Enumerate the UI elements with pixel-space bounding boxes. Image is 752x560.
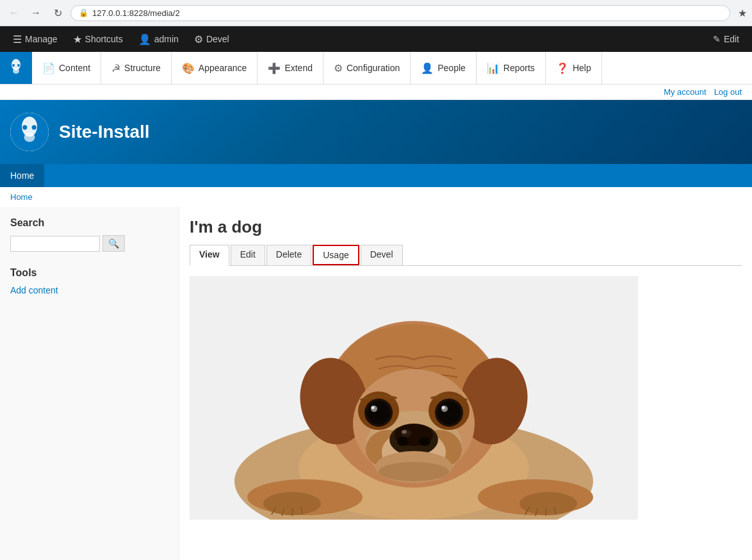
search-block: Search 🔍	[10, 217, 168, 252]
user-label: admin	[154, 34, 179, 44]
dog-image	[190, 276, 638, 520]
edit-button[interactable]: ✎ Edit	[705, 26, 747, 52]
nav-item-structure[interactable]: ☭ Structure	[101, 52, 172, 84]
site-logo	[10, 113, 49, 151]
svg-point-40	[437, 401, 461, 424]
main-content: I'm a dog View Edit Delete Usage Devel	[179, 207, 752, 560]
drupal-nav: 📄 Content ☭ Structure 🎨 Appearance ➕ Ext…	[0, 52, 752, 85]
tab-edit[interactable]: Edit	[231, 245, 265, 265]
svg-point-16	[519, 492, 577, 515]
admin-toolbar-manage[interactable]: ☰ Manage	[5, 26, 65, 52]
dog-svg	[190, 276, 638, 520]
tools-block-title: Tools	[10, 267, 168, 279]
main-nav: Home	[0, 164, 752, 187]
tab-delete[interactable]: Delete	[266, 245, 311, 265]
log-out-link[interactable]: Log out	[714, 87, 742, 97]
nav-reports-label: Reports	[503, 63, 535, 73]
content-icon: 📄	[42, 62, 55, 74]
nav-item-help[interactable]: ❓ Help	[546, 52, 602, 84]
site-title: Site-Install	[59, 122, 150, 142]
drupal-logo-svg	[5, 57, 27, 79]
sidebar: Search 🔍 Tools Add content	[0, 207, 179, 560]
devel-label: Devel	[206, 34, 229, 44]
tab-view[interactable]: View	[190, 245, 229, 266]
svg-point-7	[24, 133, 35, 142]
svg-point-36	[367, 401, 390, 424]
search-button[interactable]: 🔍	[102, 235, 125, 252]
tab-usage[interactable]: Usage	[313, 245, 359, 265]
nav-home[interactable]: Home	[0, 164, 44, 187]
address-bar[interactable]: 🔒 127.0.0.1:8228/media/2	[70, 5, 730, 21]
nav-item-people[interactable]: 👤 People	[411, 52, 477, 84]
svg-point-9	[32, 125, 37, 129]
nav-item-reports[interactable]: 📊 Reports	[477, 52, 546, 84]
nav-items: 📄 Content ☭ Structure 🎨 Appearance ➕ Ext…	[32, 52, 602, 84]
svg-point-8	[22, 125, 27, 129]
star-icon: ★	[73, 33, 82, 45]
people-icon: 👤	[421, 62, 434, 74]
help-icon: ❓	[556, 62, 569, 74]
reports-icon: 📊	[487, 62, 500, 74]
config-icon: ⚙	[334, 62, 343, 74]
address-text: 127.0.0.1:8228/media/2	[92, 8, 722, 18]
content-tabs: View Edit Delete Usage Devel	[190, 245, 742, 266]
admin-toolbar-right: ✎ Edit	[705, 26, 747, 52]
site-logo-svg	[10, 113, 49, 151]
breadcrumb: Home	[0, 187, 752, 207]
admin-toolbar-user[interactable]: 👤 admin	[131, 26, 186, 52]
forward-button[interactable]: →	[27, 4, 45, 22]
search-icon: 🔍	[108, 238, 119, 249]
appearance-icon: 🎨	[182, 62, 195, 74]
site-header: Site-Install	[0, 100, 752, 164]
structure-icon: ☭	[111, 62, 120, 74]
svg-point-4	[17, 64, 20, 67]
drupal-logo[interactable]	[0, 52, 32, 84]
search-form: 🔍	[10, 235, 168, 252]
bookmark-star-icon[interactable]: ★	[738, 7, 747, 19]
admin-toolbar-shortcuts[interactable]: ★ Shortcuts	[65, 26, 131, 52]
user-bar: My account Log out	[0, 85, 752, 100]
svg-point-3	[12, 64, 15, 67]
reload-button[interactable]: ↻	[49, 4, 67, 22]
nav-people-label: People	[437, 63, 466, 73]
user-icon: 👤	[138, 33, 151, 45]
tab-devel[interactable]: Devel	[361, 245, 403, 265]
svg-line-45	[292, 508, 293, 516]
tools-block: Tools Add content	[10, 267, 168, 295]
admin-toolbar-devel[interactable]: ⚙ Devel	[186, 26, 237, 52]
nav-item-appearance[interactable]: 🎨 Appearance	[172, 52, 258, 84]
svg-point-52	[379, 462, 449, 481]
edit-label: Edit	[724, 34, 739, 44]
nav-item-configuration[interactable]: ⚙ Configuration	[323, 52, 411, 84]
gear-icon: ⚙	[194, 33, 203, 45]
nav-config-label: Configuration	[347, 63, 400, 73]
search-block-title: Search	[10, 217, 168, 229]
svg-point-31	[419, 437, 430, 446]
manage-label: Manage	[25, 34, 58, 44]
nav-item-extend[interactable]: ➕ Extend	[257, 52, 323, 84]
back-button[interactable]: ←	[5, 4, 23, 22]
nav-appearance-label: Appearance	[199, 63, 247, 73]
my-account-link[interactable]: My account	[664, 87, 706, 97]
nav-help-label: Help	[573, 63, 591, 73]
svg-point-38	[372, 406, 375, 409]
admin-toolbar: ☰ Manage ★ Shortcuts 👤 admin ⚙ Devel ✎ E…	[0, 26, 752, 52]
shortcuts-label: Shortcuts	[85, 34, 123, 44]
nav-content-label: Content	[59, 63, 90, 73]
lock-icon: 🔒	[79, 8, 88, 17]
breadcrumb-home-link[interactable]: Home	[10, 192, 33, 202]
nav-extend-label: Extend	[284, 63, 313, 73]
add-content-link[interactable]: Add content	[10, 285, 168, 295]
search-input[interactable]	[10, 236, 100, 252]
nav-item-content[interactable]: 📄 Content	[32, 52, 101, 84]
extend-icon: ➕	[268, 62, 281, 74]
svg-point-2	[13, 69, 19, 74]
page-layout: Search 🔍 Tools Add content I'm a dog Vie…	[0, 207, 752, 560]
browser-toolbar: ← → ↻ 🔒 127.0.0.1:8228/media/2 ★	[0, 0, 752, 26]
svg-point-42	[442, 406, 445, 409]
pencil-icon: ✎	[713, 34, 721, 44]
svg-point-29	[402, 430, 407, 434]
page-title: I'm a dog	[190, 217, 742, 237]
browser-chrome: ← → ↻ 🔒 127.0.0.1:8228/media/2 ★	[0, 0, 752, 26]
svg-point-30	[397, 437, 409, 446]
